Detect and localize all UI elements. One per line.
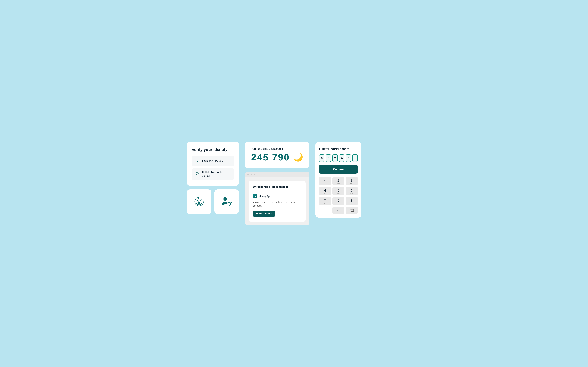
biometric-icon [195,172,200,177]
middle-panel: Your one-time passcode is 245 790 🌙 Unre… [245,142,309,225]
enter-passcode-title: Enter passcode [319,147,358,151]
usb-label: USB security key [202,159,223,163]
digit-2: 5 [326,154,331,162]
usb-option[interactable]: USB security key [192,156,234,167]
otp-subtitle: Your one-time passcode is [251,147,303,150]
delete-key[interactable]: ⌫ [346,207,358,214]
app-name: Money App [259,195,271,198]
browser-card: Unrecognized log in attempt $ Money App … [245,172,309,225]
fingerprint-card [187,189,211,214]
moon-icon: 🌙 [293,152,303,162]
browser-dot-3 [254,174,255,175]
otp-value: 245 790 [251,152,290,163]
num-key-4[interactable]: 4 GHI [319,187,331,195]
app-icon: $ [253,194,257,199]
alert-description: An unrecognized device logged in to your… [253,200,301,208]
biometric-label: Built-in biometric sensor [202,171,231,177]
numpad: 1 2 ABC 3 DEF 4 GHI 5 JKL 6 MNO [319,177,358,214]
passcode-digits: 8 5 2 4 3 [319,154,358,162]
otp-card: Your one-time passcode is 245 790 🌙 [245,142,309,168]
browser-dot-1 [248,174,249,175]
main-container: Verify your identity USB security key [187,142,401,225]
browser-toolbar [245,172,309,177]
fingerprint-icon [193,196,205,208]
verify-card: Verify your identity USB security key [187,142,239,186]
num-key-2[interactable]: 2 ABC [332,177,345,185]
left-panel: Verify your identity USB security key [187,142,239,214]
confirm-button[interactable]: Confirm [319,165,358,174]
num-key-5[interactable]: 5 JKL [332,187,345,195]
num-key-8[interactable]: 8 TUV [332,197,345,205]
app-row: $ Money App [253,194,301,199]
alert-title: Unrecognized log in attempt [253,185,301,191]
right-panel: Enter passcode 8 5 2 4 3 Confirm 1 2 ABC… [315,142,361,217]
svg-point-0 [223,197,227,200]
num-key-9[interactable]: 9 WXYZ [346,197,358,205]
biometric-option[interactable]: Built-in biometric sensor [192,168,234,180]
digit-6 [352,154,358,162]
num-key-0[interactable]: 0 [332,207,345,214]
person-key-icon [220,196,233,208]
num-key-7[interactable]: 7 PQRS [319,197,331,205]
usb-icon [195,158,200,164]
digit-5: 3 [346,154,351,162]
person-key-card [214,189,239,214]
browser-content: Unrecognized log in attempt $ Money App … [245,177,309,225]
browser-dot-2 [250,174,252,175]
num-key-1[interactable]: 1 [319,177,331,185]
num-key-3[interactable]: 3 DEF [346,177,358,185]
alert-card: Unrecognized log in attempt $ Money App … [249,181,306,222]
bottom-icons [187,189,239,214]
digit-3: 2 [332,154,338,162]
digit-4: 4 [339,154,344,162]
digit-1: 8 [319,154,324,162]
num-key-6[interactable]: 6 MNO [346,187,358,195]
revoke-access-button[interactable]: Revoke access [253,210,275,217]
verify-title: Verify your identity [192,147,234,152]
